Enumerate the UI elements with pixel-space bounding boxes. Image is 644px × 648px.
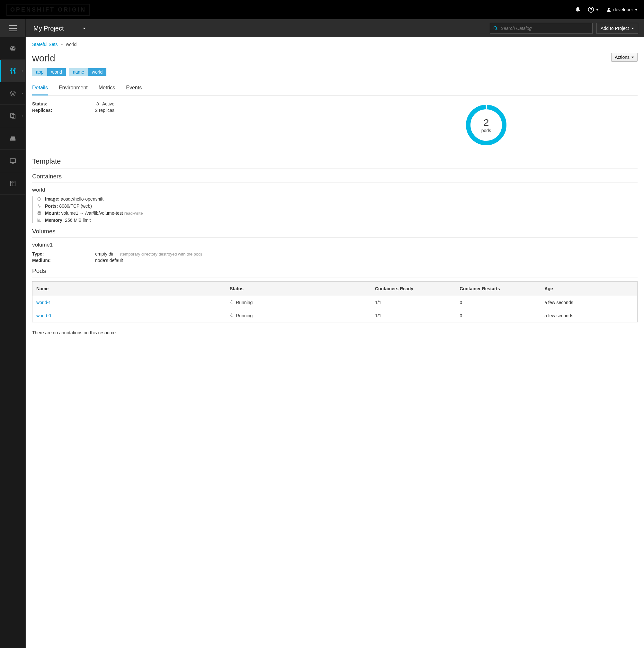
- nav-storage[interactable]: [0, 127, 25, 150]
- section-containers: Containers: [32, 173, 638, 183]
- breadcrumb: Stateful Sets » world: [32, 42, 638, 47]
- container-name: world: [32, 187, 638, 193]
- replicas-value: 2 replicas: [95, 108, 114, 113]
- refresh-icon: [95, 102, 100, 106]
- donut-label: pods: [481, 128, 491, 133]
- table-row: world-0 Running 1/1 0 a few seconds: [33, 309, 638, 322]
- layers-icon: [9, 90, 16, 97]
- spinner-icon: [230, 300, 234, 304]
- chart-icon: [37, 218, 42, 222]
- col-ready[interactable]: Containers Ready: [371, 282, 456, 296]
- pod-link[interactable]: world-0: [36, 313, 51, 318]
- project-name-label: My Project: [34, 25, 64, 32]
- breadcrumb-current: world: [66, 42, 76, 47]
- volume-name: volume1: [32, 242, 638, 248]
- project-bar: My Project Add to Project: [0, 19, 644, 37]
- tab-events[interactable]: Events: [126, 85, 142, 95]
- section-pods: Pods: [32, 267, 638, 277]
- tab-metrics[interactable]: Metrics: [99, 85, 115, 95]
- brand-logo: OPENSHIFT ORIGIN: [6, 4, 90, 16]
- chevron-right-icon: ›: [22, 69, 23, 73]
- donut-count: 2: [484, 117, 489, 128]
- masthead: OPENSHIFT ORIGIN developer: [0, 0, 644, 19]
- username-label: developer: [613, 7, 633, 12]
- tab-environment[interactable]: Environment: [59, 85, 88, 95]
- book-icon: [9, 180, 16, 187]
- spinner-icon: [230, 313, 234, 317]
- notifications-icon[interactable]: [575, 7, 581, 12]
- breadcrumb-parent-link[interactable]: Stateful Sets: [32, 42, 58, 47]
- cube-icon: [37, 197, 42, 201]
- nav-builds[interactable]: ›: [0, 82, 25, 105]
- tabs: Details Environment Metrics Events: [32, 85, 638, 96]
- catalog-search[interactable]: [490, 23, 593, 34]
- hamburger-icon[interactable]: [9, 25, 17, 31]
- col-status[interactable]: Status: [226, 282, 371, 296]
- database-icon: [37, 211, 42, 215]
- status-label: Status:: [32, 101, 95, 106]
- files-icon: [9, 112, 16, 119]
- page-title: world: [32, 53, 55, 64]
- label-value: world: [47, 68, 66, 76]
- chevron-right-icon: ›: [22, 114, 23, 118]
- nav-applications[interactable]: ›: [0, 60, 25, 82]
- volume-medium-label: Medium:: [32, 258, 95, 263]
- nav-catalog[interactable]: [0, 172, 25, 195]
- pod-link[interactable]: world-1: [36, 300, 51, 305]
- label-key: app: [32, 68, 47, 76]
- nav-monitoring[interactable]: [0, 150, 25, 172]
- storage-icon: [9, 135, 16, 142]
- nav-overview[interactable]: [0, 37, 25, 60]
- main-content: Stateful Sets » world world Actions app …: [26, 37, 644, 648]
- annotations-empty-message: There are no annotations on this resourc…: [32, 330, 638, 335]
- resource-label[interactable]: app world: [32, 68, 66, 76]
- labels-row: app world name world: [32, 68, 638, 76]
- monitor-icon: [9, 158, 16, 165]
- add-to-project-button[interactable]: Add to Project: [596, 23, 638, 34]
- svg-point-3: [494, 26, 497, 29]
- col-age[interactable]: Age: [540, 282, 637, 296]
- status-value: Active: [102, 101, 114, 106]
- volume-type-label: Type:: [32, 251, 95, 257]
- tab-details[interactable]: Details: [32, 85, 48, 96]
- chevron-right-icon: ›: [22, 92, 23, 95]
- pods-donut-chart[interactable]: 2 pods: [464, 103, 509, 148]
- chevron-down-icon: [83, 28, 85, 29]
- catalog-search-input[interactable]: [501, 26, 589, 31]
- pulse-icon: [37, 204, 42, 208]
- label-key: name: [69, 68, 88, 76]
- cubes-icon: [9, 67, 17, 75]
- svg-line-4: [496, 29, 497, 30]
- actions-dropdown-button[interactable]: Actions: [611, 53, 638, 62]
- breadcrumb-separator-icon: »: [61, 43, 63, 46]
- resource-label[interactable]: name world: [69, 68, 107, 76]
- search-icon: [493, 26, 498, 31]
- pods-table: Name Status Containers Ready Container R…: [32, 281, 638, 322]
- label-value: world: [88, 68, 106, 76]
- replicas-label: Replicas:: [32, 108, 95, 113]
- col-name[interactable]: Name: [33, 282, 226, 296]
- svg-point-1: [591, 11, 591, 11]
- svg-point-2: [608, 8, 609, 10]
- section-template: Template: [32, 157, 638, 168]
- help-dropdown[interactable]: [588, 6, 599, 13]
- nav-resources[interactable]: ›: [0, 105, 25, 127]
- side-nav: › › ›: [0, 37, 26, 648]
- dashboard-icon: [9, 45, 16, 52]
- svg-rect-7: [10, 158, 15, 162]
- table-row: world-1 Running 1/1 0 a few seconds: [33, 296, 638, 309]
- col-restarts[interactable]: Container Restarts: [456, 282, 541, 296]
- container-details: Image: aosqe/hello-openshift Ports: 8080…: [32, 197, 638, 223]
- section-volumes: Volumes: [32, 228, 638, 238]
- user-dropdown[interactable]: developer: [606, 7, 638, 12]
- volume-medium-value: node's default: [95, 258, 123, 263]
- project-selector[interactable]: My Project: [26, 25, 93, 32]
